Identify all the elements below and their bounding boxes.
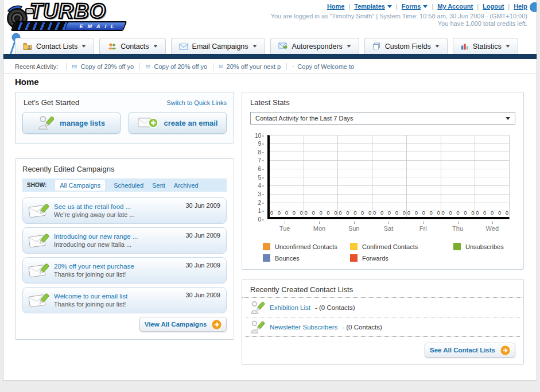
contact-lists-title: Recently Created Contact Lists [242, 280, 523, 298]
nav-tab-custom-fields[interactable]: Custom Fields [364, 38, 448, 54]
header-links: Home Templates Forms My Account Logout H… [327, 3, 527, 10]
credits-text: You have 1,000 total credits left. [438, 20, 527, 27]
chart-day-column: 0 0 0 0 0 [304, 135, 339, 217]
login-status-text: You are logged in as "Timothy Smith" | S… [271, 13, 527, 20]
envelope-plus-icon [138, 116, 158, 130]
dropdown-arrow-icon [506, 117, 510, 120]
people-icon [107, 42, 116, 50]
logo-word: TURBO [30, 0, 106, 24]
recent-activity-label: Recent Activity: [15, 63, 58, 70]
envelope-pencil-icon [28, 262, 49, 279]
x-tick-label: Mon [302, 222, 336, 232]
header-link-templates[interactable]: Templates [354, 3, 392, 10]
dropdown-arrow-icon [506, 45, 510, 47]
arrow-circle-icon [500, 346, 510, 355]
view-all-campaigns-button[interactable]: View All Campaigns [139, 317, 227, 332]
legend-swatch [350, 243, 358, 250]
campaign-subtitle: Thanks for joining our list! [54, 271, 134, 278]
legend-item: Confirmed Contacts [350, 243, 453, 250]
campaign-date: 30 Jun 2009 [185, 288, 220, 298]
chart-day-column: 0 0 0 0 0 [475, 135, 509, 217]
x-tick-label: Fri [406, 222, 440, 232]
campaign-row: Welcome to our email listThanks for join… [22, 287, 227, 313]
contact-list-link[interactable]: Exhibition List [270, 304, 310, 311]
nav-tab-autoresponders[interactable]: Autoresponders [270, 38, 359, 54]
x-tick-label: Thu [440, 222, 475, 232]
campaign-subtitle: Introducing our new Italia ... [54, 241, 138, 248]
campaign-subtitle: Thanks for joining our list! [54, 301, 127, 308]
dropdown-arrow-icon [387, 5, 392, 8]
bar-chart-icon [461, 42, 469, 50]
x-tick-label: Sun [337, 222, 371, 232]
campaign-row: See us at the retail food ...We're givin… [22, 197, 227, 224]
chart-values: 0 0 0 0 0 [407, 209, 441, 216]
dropdown-arrow-icon [435, 45, 439, 47]
nav-tab-statistics[interactable]: Statistics [453, 38, 518, 54]
campaign-row: Introducing our new range ...Introducing… [22, 227, 227, 254]
campaign-date: 30 Jun 2009 [185, 228, 220, 239]
switch-quick-links[interactable]: Switch to Quick Links [166, 99, 227, 106]
contact-list-item: Newsletter Subscribers - (0 Contacts) [246, 317, 520, 337]
dropdown-arrow-icon [153, 45, 157, 47]
envelope-icon [179, 43, 188, 50]
chart-values: 0 0 0 0 0 [475, 209, 509, 216]
tab-archived[interactable]: Archived [174, 182, 199, 189]
tab-all-campaigns[interactable]: All Campaigns [55, 180, 105, 191]
header-link-my-account[interactable]: My Account [437, 3, 473, 10]
recent-activity-item[interactable]: Copy of Welcome to [286, 63, 360, 70]
chart-values: 0 0 0 0 0 [441, 209, 475, 216]
recent-activity-item[interactable]: Copy of 20% off yo [139, 63, 213, 70]
main-content-card: TURBO EMAIL Home Templates Forms My Acco… [3, 0, 537, 381]
help-bubble-clip [530, 2, 537, 12]
logo-email-bar: EMAIL [11, 21, 127, 31]
campaigns-title: Recently Edited Campaigns [15, 159, 234, 173]
campaigns-panel: Recently Edited Campaigns SHOW: All Camp… [15, 158, 234, 340]
manage-lists-button[interactable]: manage lists [22, 112, 121, 134]
contact-list-count: - (0 Contacts) [315, 304, 355, 311]
campaign-row: 20% off your next purchaseThanks for joi… [22, 257, 227, 284]
nav-tab-email-campaigns[interactable]: Email Campaigns [171, 38, 265, 54]
nav-tab-contacts[interactable]: Contacts [99, 38, 165, 54]
campaign-date: 30 Jun 2009 [185, 198, 220, 209]
main-nav: Contact Lists Contacts Email Campaigns A… [15, 38, 518, 54]
header-link-help[interactable]: Help [514, 3, 527, 10]
logo-stripes [12, 22, 68, 30]
campaign-date: 30 Jun 2009 [185, 258, 220, 269]
campaign-title-link[interactable]: Introducing our new range ... [54, 233, 138, 240]
contact-lists-panel: Recently Created Contact Lists Exhibitio… [242, 279, 524, 365]
x-tick-label: Wed [475, 222, 510, 232]
tab-sent[interactable]: Sent [152, 182, 165, 189]
chart-day-column: 0 0 0 0 0 [441, 135, 476, 217]
recent-activity-item[interactable]: Copy of 20% off yo [66, 63, 139, 70]
see-all-contact-lists-button[interactable]: See All Contact Lists [425, 343, 515, 358]
create-email-button[interactable]: create an email [129, 112, 227, 134]
chart-x-axis: Tue Mon Sun Sat Fri Thu Wed [267, 222, 510, 232]
recent-activity-item[interactable]: 20% off your next p [213, 63, 286, 70]
nav-tab-contact-lists[interactable]: Contact Lists [15, 38, 94, 54]
chart-y-axis: 10 9 8 7 6 5 4 3 2 1 0 [255, 135, 265, 220]
contact-list-link[interactable]: Newsletter Subscribers [270, 324, 337, 331]
legend-swatch [453, 243, 461, 250]
legend-swatch [350, 254, 358, 262]
campaign-title-link[interactable]: 20% off your next purchase [54, 263, 134, 270]
turbo-email-logo[interactable]: TURBO EMAIL [5, 2, 138, 34]
dropdown-arrow-icon [423, 5, 428, 8]
chart-day-column: 0 0 0 0 0 [270, 135, 304, 217]
contact-activity-chart: 10 9 8 7 6 5 4 3 2 1 0 0 0 0 0 0 0 0 0 0… [255, 135, 515, 232]
campaign-title-link[interactable]: See us at the retail food ... [54, 203, 135, 210]
show-label: SHOW: [27, 182, 46, 188]
campaign-title-link[interactable]: Welcome to our email list [54, 293, 127, 300]
envelope-pencil-icon [28, 292, 49, 309]
chart-values: 0 0 0 0 0 [372, 209, 406, 216]
get-started-panel: Let's Get Started Switch to Quick Links … [15, 92, 234, 143]
header-link-forms[interactable]: Forms [402, 3, 428, 10]
x-tick-label: Sat [371, 222, 406, 232]
stats-range-select[interactable]: Contact Activity for the Last 7 Days [250, 112, 515, 125]
contact-list-count: - (0 Contacts) [342, 324, 382, 331]
help-bubble-icon[interactable] [530, 2, 537, 12]
tab-scheduled[interactable]: Scheduled [114, 182, 143, 189]
header-link-home[interactable]: Home [327, 3, 345, 10]
arrow-circle-icon [212, 320, 222, 329]
header-link-logout[interactable]: Logout [483, 3, 504, 10]
envelope-icon [293, 64, 294, 69]
